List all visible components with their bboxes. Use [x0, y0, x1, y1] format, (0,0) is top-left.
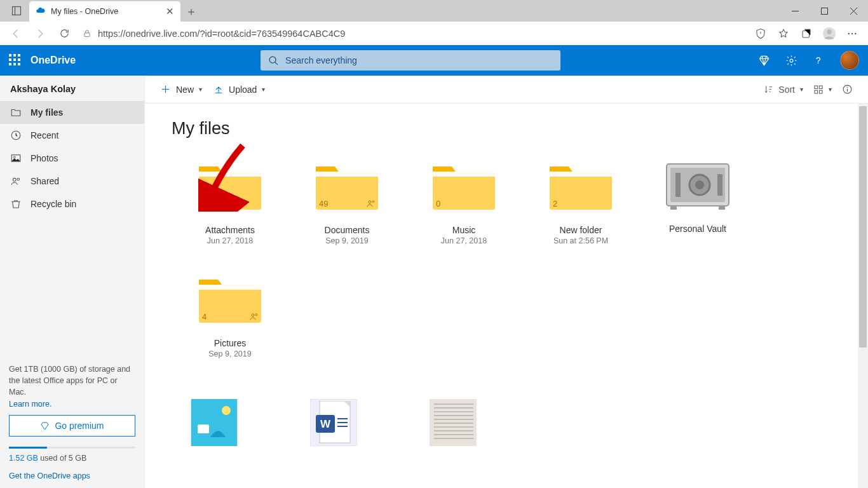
- sort-icon: [764, 85, 773, 94]
- tile-date: Sep 9, 2019: [208, 349, 251, 358]
- premium-diamond-icon[interactable]: [758, 55, 770, 67]
- tab-actions-icon[interactable]: [4, 0, 29, 22]
- svg-rect-39: [550, 172, 612, 210]
- tab-close-icon[interactable]: ✕: [166, 6, 174, 17]
- svg-rect-3: [821, 8, 827, 14]
- sidebar-item-recent[interactable]: Recent: [0, 124, 144, 147]
- svg-rect-31: [199, 172, 261, 210]
- get-apps-link[interactable]: Get the OneDrive apps: [9, 471, 135, 480]
- sidebar-bottom: Get 1TB (1000 GB) of storage and the lat…: [0, 356, 144, 488]
- app-launcher-icon[interactable]: [9, 54, 22, 67]
- learn-more-link[interactable]: Learn more.: [9, 400, 135, 409]
- browser-chrome: My files - OneDrive ✕ ＋ https://onedrive…: [0, 0, 868, 45]
- tile-name: Personal Vault: [669, 224, 726, 234]
- svg-point-15: [790, 59, 793, 62]
- sidebar-item-shared[interactable]: Shared: [0, 170, 144, 193]
- folder-tile[interactable]: Personal Vault: [639, 160, 756, 273]
- svg-point-35: [369, 201, 371, 203]
- svg-point-52: [255, 314, 257, 316]
- menu-icon[interactable]: [841, 24, 863, 43]
- folder-tile[interactable]: 4 PicturesSep 9, 2019: [172, 273, 288, 386]
- folder-icon: 0: [430, 160, 498, 212]
- search-box[interactable]: [261, 50, 560, 71]
- search-icon: [268, 55, 279, 66]
- search-input[interactable]: [285, 55, 553, 65]
- profile-icon[interactable]: [818, 24, 840, 43]
- svg-point-12: [855, 32, 856, 34]
- folder-tile[interactable]: 0 MusicJun 27, 2018: [405, 160, 522, 273]
- info-button[interactable]: [842, 84, 853, 95]
- url-box[interactable]: https://onedrive.live.com/?id=root&cid=7…: [78, 24, 747, 43]
- svg-point-21: [17, 178, 20, 180]
- folder-tile[interactable]: 49 DocumentsSep 9, 2019: [288, 160, 405, 273]
- vault-icon: [663, 160, 733, 211]
- tab-title: My files - OneDrive: [51, 7, 161, 16]
- svg-rect-38: [433, 172, 495, 177]
- browser-tab[interactable]: My files - OneDrive ✕: [29, 1, 180, 22]
- people-icon: [10, 175, 22, 187]
- main-area: New ▾ Upload ▾ Sort ▾ ▾: [145, 76, 868, 488]
- folder-icon: [10, 107, 22, 118]
- file-grid: W: [172, 399, 841, 446]
- photo-icon: [10, 152, 22, 164]
- sidebar-item-label: Photos: [31, 153, 58, 163]
- settings-gear-icon[interactable]: [785, 55, 797, 67]
- svg-rect-62: [430, 399, 476, 446]
- nav-refresh-icon[interactable]: [53, 24, 75, 43]
- tile-name: Attachments: [205, 225, 255, 235]
- svg-point-20: [13, 178, 16, 181]
- tile-name: New folder: [560, 225, 602, 235]
- clock-icon: [10, 130, 22, 141]
- address-bar: https://onedrive.live.com/?id=root&cid=7…: [0, 22, 868, 45]
- svg-point-54: [222, 406, 231, 415]
- file-tile[interactable]: [430, 399, 477, 446]
- vertical-scrollbar[interactable]: [858, 104, 868, 488]
- tile-date: Sep 9, 2019: [325, 236, 368, 245]
- url-text: https://onedrive.live.com/?id=root&cid=7…: [98, 29, 345, 39]
- svg-point-11: [851, 32, 853, 34]
- svg-point-45: [695, 180, 704, 189]
- sidebar-item-photos[interactable]: Photos: [0, 147, 144, 170]
- nav-forward-icon[interactable]: [29, 24, 51, 43]
- upload-button[interactable]: Upload ▾: [214, 85, 265, 95]
- folder-grid: 0 AttachmentsJun 27, 2018 49 DocumentsSe…: [172, 160, 841, 386]
- onedrive-brand[interactable]: OneDrive: [31, 55, 76, 66]
- trash-icon: [10, 198, 22, 210]
- promo-text: Get 1TB (1000 GB) of storage and the lat…: [9, 363, 135, 398]
- folder-tile[interactable]: 0 AttachmentsJun 27, 2018: [172, 160, 288, 273]
- new-button[interactable]: New ▾: [160, 84, 202, 95]
- user-avatar[interactable]: [840, 51, 859, 70]
- sidebar-item-recyclebin[interactable]: Recycle bin: [0, 193, 144, 215]
- sidebar-item-label: Recent: [31, 130, 58, 140]
- new-tab-button[interactable]: ＋: [180, 1, 202, 22]
- file-tile[interactable]: [191, 399, 238, 446]
- svg-rect-55: [198, 424, 209, 433]
- file-tile[interactable]: W: [310, 399, 357, 446]
- storage-text: 1.52 GB used of 5 GB: [9, 454, 135, 463]
- view-button[interactable]: ▾: [813, 85, 832, 95]
- info-icon: [842, 84, 853, 95]
- tile-date: Jun 27, 2018: [207, 236, 253, 245]
- tile-date: Sun at 2:56 PM: [553, 236, 608, 245]
- nav-back-icon[interactable]: [5, 24, 27, 43]
- window-close-icon[interactable]: [839, 0, 868, 22]
- window-minimize-icon[interactable]: [780, 0, 810, 22]
- svg-point-19: [13, 156, 15, 158]
- chevron-down-icon: ▾: [829, 86, 832, 93]
- folder-tile[interactable]: 2 New folderSun at 2:56 PM: [522, 160, 639, 273]
- tracking-prevention-icon[interactable]: [750, 24, 771, 43]
- svg-rect-43: [675, 173, 681, 197]
- sort-button[interactable]: Sort ▾: [764, 85, 803, 95]
- plus-icon: [160, 84, 171, 95]
- collections-icon[interactable]: [796, 24, 817, 43]
- sidebar-item-myfiles[interactable]: My files: [0, 101, 144, 124]
- svg-rect-0: [13, 7, 21, 15]
- svg-line-14: [275, 62, 278, 64]
- go-premium-button[interactable]: Go premium: [9, 415, 135, 437]
- help-icon[interactable]: ?: [813, 55, 825, 67]
- diamond-icon: [40, 421, 50, 431]
- tile-name: Music: [452, 225, 476, 235]
- favorites-icon[interactable]: [773, 24, 794, 43]
- window-maximize-icon[interactable]: [810, 0, 839, 22]
- sidebar-item-label: Recycle bin: [31, 199, 76, 209]
